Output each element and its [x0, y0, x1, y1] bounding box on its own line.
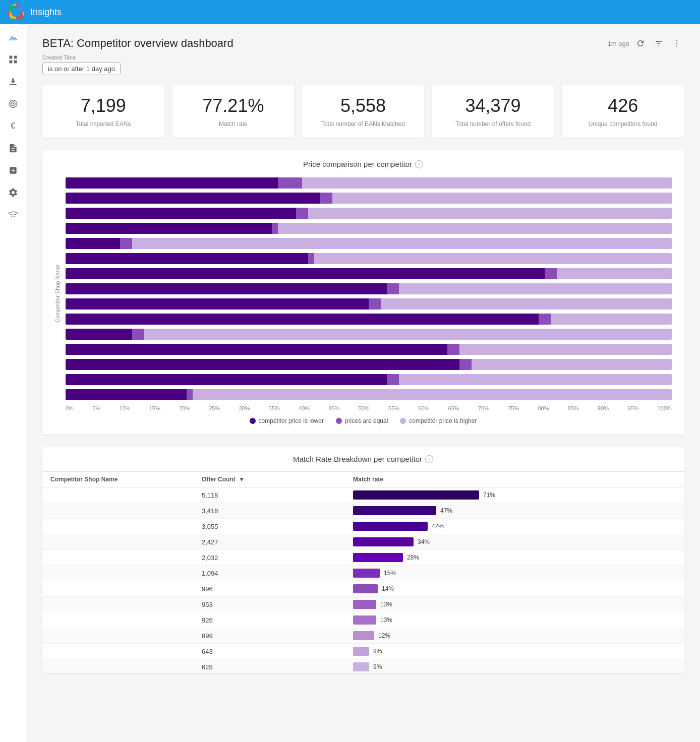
- price-chart-section: Price comparison per competitor i Compet…: [42, 150, 684, 435]
- match-pct: 12%: [378, 632, 390, 639]
- match-pct: 47%: [440, 507, 452, 514]
- sidebar-icon-euro[interactable]: €: [4, 117, 22, 135]
- cell-name: [42, 644, 194, 659]
- sidebar-icon-download[interactable]: [4, 73, 22, 91]
- cell-offer-count: 643: [194, 644, 345, 659]
- table-row[interactable]: 628 9%: [42, 659, 684, 673]
- match-bar: [353, 600, 376, 609]
- cell-match-rate: 28%: [345, 550, 684, 566]
- bar-row: [66, 222, 672, 235]
- bar-row: [66, 373, 672, 386]
- bar-row: [66, 192, 672, 205]
- bar-seg-equal: [539, 314, 551, 325]
- kpi-card-4: 426 Unique competitors found: [562, 85, 684, 138]
- bar-track: [66, 374, 672, 385]
- bar-track: [66, 208, 672, 219]
- bar-seg-equal: [187, 389, 193, 400]
- sidebar: €: [0, 24, 26, 742]
- table-row[interactable]: 3,055 42%: [42, 519, 684, 534]
- table-row[interactable]: 996 14%: [42, 581, 684, 597]
- match-pct: 42%: [432, 523, 444, 530]
- refresh-button[interactable]: [633, 36, 648, 50]
- svg-rect-7: [10, 84, 16, 85]
- x-axis-label: 30%: [239, 405, 250, 411]
- table-row[interactable]: 953 13%: [42, 597, 684, 612]
- table-row[interactable]: 5,118 71%: [42, 487, 684, 503]
- table-row[interactable]: 643 9%: [42, 644, 684, 659]
- kpi-card-3: 34,379 Total number of offers found: [432, 85, 554, 138]
- cell-match-rate: 9%: [345, 644, 684, 659]
- kpi-value-1: 77.21%: [181, 95, 286, 116]
- table-row[interactable]: 2,032 28%: [42, 550, 684, 566]
- bar-row: [66, 358, 672, 371]
- cell-match-rate: 15%: [345, 566, 684, 581]
- bar-seg-higher: [132, 238, 672, 249]
- cell-name: [42, 597, 194, 612]
- match-pct: 14%: [382, 585, 394, 592]
- table-row[interactable]: 3,416 47%: [42, 503, 684, 519]
- sidebar-icon-grid[interactable]: [4, 50, 22, 69]
- bar-seg-higher: [308, 208, 672, 219]
- more-options-button[interactable]: [670, 36, 684, 50]
- bar-seg-lower: [66, 253, 308, 264]
- table-row[interactable]: 1,094 15%: [42, 566, 684, 581]
- legend-label: prices are equal: [345, 417, 388, 424]
- cell-match-rate: 42%: [345, 519, 684, 534]
- sidebar-icon-analytics[interactable]: [4, 28, 22, 46]
- x-axis-label: 35%: [269, 405, 280, 411]
- cell-name: [42, 550, 194, 566]
- price-chart-info-icon[interactable]: i: [415, 160, 423, 168]
- bar-seg-equal: [545, 268, 557, 279]
- bar-seg-higher: [314, 253, 672, 264]
- bar-track: [66, 177, 672, 189]
- kpi-label-4: Unique competitors found: [570, 120, 676, 128]
- sidebar-icon-target[interactable]: [4, 95, 22, 113]
- bar-seg-higher: [332, 193, 672, 204]
- bar-row: [66, 207, 672, 220]
- col-header-offer-count[interactable]: Offer Count ▼: [194, 472, 345, 487]
- bar-seg-equal: [387, 374, 399, 385]
- bar-seg-higher: [551, 314, 672, 325]
- bar-seg-lower: [66, 208, 296, 219]
- col-header-match-rate: Match rate: [345, 472, 684, 487]
- svg-point-16: [676, 45, 677, 46]
- y-axis-label: Competitor Shop Name: [54, 176, 64, 411]
- legend-item: competitor price is lower: [250, 417, 324, 424]
- sidebar-icon-wifi[interactable]: [4, 206, 22, 224]
- filter-chip[interactable]: is on or after 1 day ago: [42, 63, 121, 75]
- bar-row: [66, 267, 672, 280]
- bar-seg-higher: [144, 329, 672, 340]
- match-table-info-icon[interactable]: i: [425, 455, 433, 463]
- x-axis-label: 65%: [448, 405, 459, 411]
- bar-seg-lower: [66, 329, 132, 340]
- sidebar-icon-document[interactable]: [4, 139, 22, 157]
- bar-track: [66, 223, 672, 234]
- bar-track: [66, 238, 672, 249]
- bar-seg-equal: [369, 298, 381, 310]
- legend-item: prices are equal: [336, 417, 388, 424]
- sidebar-icon-ai[interactable]: [4, 161, 22, 179]
- table-row[interactable]: 899 12%: [42, 628, 684, 644]
- bar-seg-lower: [66, 389, 187, 400]
- bar-seg-lower: [66, 283, 387, 294]
- x-axis-label: 85%: [568, 405, 579, 411]
- cell-name: [42, 612, 194, 628]
- filter-button[interactable]: [652, 36, 666, 50]
- table-scroll-area[interactable]: Competitor Shop Name Offer Count ▼ Match…: [42, 471, 684, 673]
- cell-match-rate: 71%: [345, 487, 684, 503]
- main-content: BETA: Competitor overview dashboard 1m a…: [26, 24, 700, 742]
- kpi-value-0: 7,199: [50, 95, 156, 116]
- bar-seg-equal: [296, 208, 308, 219]
- match-bar: [353, 506, 436, 515]
- cell-match-rate: 14%: [345, 581, 684, 597]
- table-row[interactable]: 2,427 34%: [42, 534, 684, 550]
- sidebar-icon-settings[interactable]: [4, 183, 22, 202]
- bar-track: [66, 344, 672, 355]
- cell-offer-count: 2,427: [194, 534, 345, 550]
- cell-offer-count: 1,094: [194, 566, 345, 581]
- dashboard-title: BETA: Competitor overview dashboard: [42, 37, 234, 50]
- bar-seg-higher: [193, 389, 672, 400]
- table-row[interactable]: 926 13%: [42, 612, 684, 628]
- x-axis-label: 80%: [538, 405, 549, 411]
- bar-seg-lower: [66, 374, 387, 385]
